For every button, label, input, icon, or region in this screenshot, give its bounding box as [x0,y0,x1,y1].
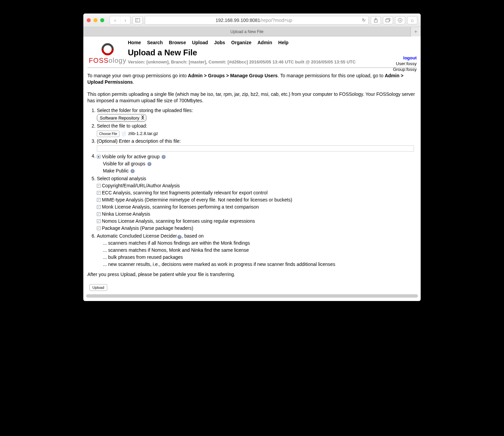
nav-jobs[interactable]: Jobs [214,40,225,45]
share-icon[interactable] [371,16,381,24]
nav-help[interactable]: Help [278,40,288,45]
sidebar-button[interactable] [133,16,143,24]
tab-bar: Upload a New File + [83,27,421,36]
checkbox-copyright[interactable]: ✓ [97,184,101,188]
upload-steps: Select the folder for storing the upload… [83,107,421,268]
step-description: (Optional) Enter a description of this f… [97,138,417,152]
main-nav: Home Search Browse Upload Jobs Organize … [128,38,417,47]
new-tab-button[interactable]: + [411,27,421,36]
logo[interactable]: FOSSology [87,38,128,65]
nav-search[interactable]: Search [147,40,163,45]
folder-select[interactable]: Software Repository [97,114,146,122]
nav-admin[interactable]: Admin [257,40,272,45]
file-icon: 📄 [121,131,126,137]
url-host: 192.168.99.100:8081 [216,18,260,23]
user-label: User:fossy [393,61,417,67]
checkbox-mime[interactable]: ✓ [97,198,101,202]
radio-active-group[interactable]: ■ [97,155,101,159]
checkbox-package[interactable]: ✓ [97,226,101,230]
choose-file-button[interactable]: Choose File [97,131,119,137]
divider [87,67,417,68]
url-path: /repo/?mod=up [260,18,292,23]
checkbox-monk[interactable]: ✓ [97,205,101,209]
info-icon[interactable]: i [147,162,151,166]
info-icon[interactable]: i [162,155,166,159]
filename: zlib-1.2.8.tar.gz [128,130,158,137]
after-text: After you press Upload, please be patien… [83,269,421,281]
upload-hint: This option permits uploading a single f… [83,88,421,107]
tab-title[interactable]: Upload a New File [83,29,411,34]
minimize-icon[interactable] [93,18,97,22]
browser-window: ‹ › 192.168.99.100:8081/repo/?mod=up ↻ ⌂… [83,13,421,301]
page-content: FOSSology Home Search Browse Upload Jobs… [83,36,421,301]
version-text: Version: [unknown], Branch: [master], Co… [128,59,417,65]
checkbox-ecc[interactable]: ✓ [97,191,101,195]
url-bar[interactable]: 192.168.99.100:8081/repo/?mod=up ↻ [145,16,369,25]
horizontal-scrollbar[interactable] [86,294,418,298]
logout-link[interactable]: logout [393,55,417,61]
home-icon[interactable]: ⌂ [407,16,417,24]
svg-rect-4 [386,19,389,22]
step-file: Select the file to upload: Choose File 📄… [97,122,417,137]
zoom-icon[interactable] [100,18,104,22]
nav-home[interactable]: Home [128,40,141,45]
page-title: Upload a New File [128,47,417,59]
svg-rect-0 [136,18,140,22]
description-input[interactable] [97,145,414,152]
permissions-hint: To manage your own group permissions go … [83,70,421,88]
group-label: Group:fossy [393,67,417,73]
user-info: logout User:fossy Group:fossy [393,55,417,73]
step-decider: Automatic Concluded License Decideri, ba… [97,233,417,268]
nav-browse[interactable]: Browse [169,40,186,45]
browser-toolbar: ‹ › 192.168.99.100:8081/repo/?mod=up ↻ ⌂ [83,13,421,27]
step-folder: Select the folder for storing the upload… [97,107,417,122]
tabs-icon[interactable] [383,16,393,24]
checkbox-ninka[interactable]: ✓ [97,212,101,216]
info-icon[interactable] [395,16,405,24]
nav-upload[interactable]: Upload [192,40,208,45]
window-controls [87,18,104,22]
checkbox-nomos[interactable]: ✓ [97,219,101,223]
reload-icon[interactable]: ↻ [362,18,366,23]
step-visibility: ■Visible only for active groupi Visible … [97,153,417,175]
step-analysis: Select optional analysis ✓Copyright/Emai… [97,175,417,232]
nav-buttons: ‹ › [110,16,131,25]
info-icon[interactable]: i [177,235,181,239]
close-icon[interactable] [87,18,91,22]
back-button[interactable]: ‹ [110,16,120,24]
svg-point-6 [400,19,400,20]
forward-button[interactable]: › [120,16,130,24]
nav-organize[interactable]: Organize [231,40,251,45]
info-icon[interactable]: i [131,169,135,173]
upload-button[interactable]: Upload [89,284,107,291]
